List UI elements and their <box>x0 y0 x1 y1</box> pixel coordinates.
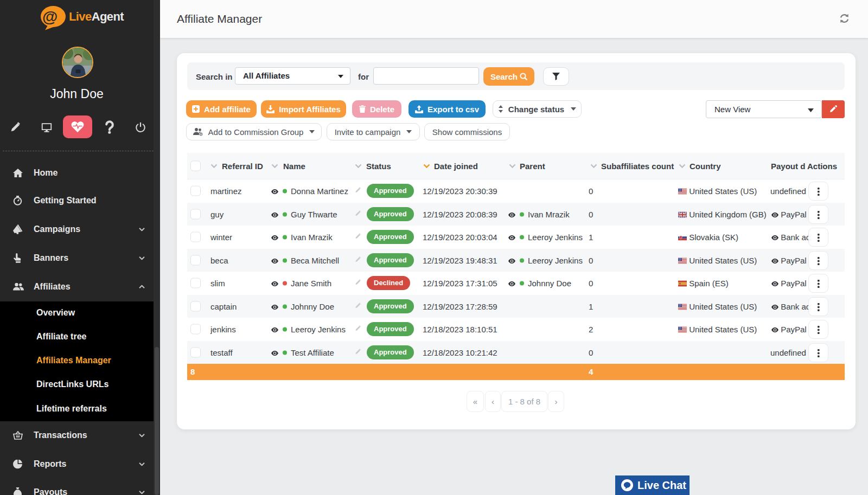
svg-text:@: @ <box>42 8 58 25</box>
